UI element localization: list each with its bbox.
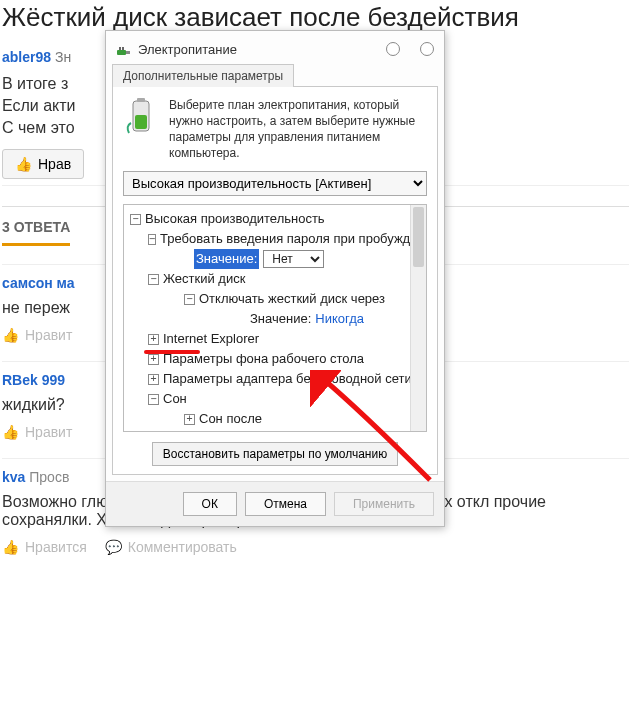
comment-icon: 💬: [105, 539, 122, 555]
tree-item-plan-root[interactable]: Высокая производительность: [145, 209, 325, 229]
like-action[interactable]: 👍 Нравит: [2, 424, 72, 440]
scrollbar-thumb[interactable]: [413, 207, 424, 267]
ok-button[interactable]: ОК: [183, 492, 237, 516]
expander-icon[interactable]: −: [184, 294, 195, 305]
tree-item-turn-off-hdd[interactable]: Отключать жесткий диск через: [199, 289, 385, 309]
tree-item-wake-timers[interactable]: Разрешить таймеры пробуждения: [199, 429, 406, 432]
tab-advanced-settings[interactable]: Дополнительные параметры: [112, 64, 294, 87]
like-action[interactable]: 👍 Нравит: [2, 327, 72, 343]
like-action[interactable]: 👍 Нравится: [2, 539, 87, 555]
answer-author[interactable]: самсон ма: [2, 275, 75, 291]
battery-icon: [123, 97, 159, 137]
help-button[interactable]: [386, 42, 400, 56]
apply-button: Применить: [334, 492, 434, 516]
expander-icon[interactable]: +: [148, 354, 159, 365]
svg-rect-0: [117, 50, 126, 55]
hdd-turnoff-value[interactable]: Никогда: [315, 309, 364, 329]
svg-rect-2: [119, 47, 121, 50]
close-button[interactable]: [420, 42, 434, 56]
power-plug-icon: [116, 41, 132, 57]
thumb-up-icon: 👍: [2, 539, 19, 555]
thumb-up-icon: 👍: [15, 156, 32, 172]
question-author[interactable]: abler98: [2, 49, 51, 65]
thumb-up-icon: 👍: [2, 424, 19, 440]
svg-rect-1: [126, 51, 130, 54]
power-plan-select[interactable]: Высокая производительность [Активен]: [123, 171, 427, 196]
thumb-up-icon: 👍: [2, 327, 19, 343]
tree-item-require-password[interactable]: Требовать введения пароля при пробуждени…: [160, 229, 427, 249]
expander-icon[interactable]: +: [184, 414, 195, 425]
expander-icon[interactable]: +: [148, 374, 159, 385]
dialog-title: Электропитание: [138, 42, 237, 57]
expander-icon[interactable]: −: [148, 274, 159, 285]
question-author-meta: Зн: [55, 49, 71, 65]
tree-item-sleep-after[interactable]: Сон после: [199, 409, 262, 429]
cancel-button[interactable]: Отмена: [245, 492, 326, 516]
scrollbar[interactable]: [410, 205, 426, 431]
expander-icon[interactable]: +: [148, 334, 159, 345]
tree-item-sleep[interactable]: Сон: [163, 389, 187, 409]
settings-tree: − Высокая производительность − Требовать…: [123, 204, 427, 432]
comment-action[interactable]: 💬 Комментировать: [105, 539, 237, 555]
tree-item-wifi-adapter[interactable]: Параметры адаптера беспроводной сети: [163, 369, 412, 389]
like-button[interactable]: 👍 Нрав: [2, 149, 84, 179]
svg-rect-5: [137, 98, 145, 102]
power-options-dialog: Электропитание Дополнительные параметры …: [105, 30, 445, 527]
value-label: Значение:: [250, 309, 311, 329]
svg-rect-6: [135, 115, 147, 129]
expander-icon[interactable]: −: [148, 234, 156, 245]
value-label: Значение:: [194, 249, 259, 269]
answer-author[interactable]: kva: [2, 469, 25, 485]
svg-rect-3: [122, 47, 124, 50]
wake-password-value[interactable]: Нет: [263, 250, 324, 268]
dialog-intro-text: Выберите план электропитания, который ну…: [169, 97, 427, 161]
restore-defaults-button[interactable]: Восстановить параметры по умолчанию: [152, 442, 398, 466]
tree-item-ie[interactable]: Internet Explorer: [163, 329, 259, 349]
expander-icon[interactable]: −: [148, 394, 159, 405]
expander-icon[interactable]: −: [130, 214, 141, 225]
annotation-red-underline: [144, 350, 200, 354]
answer-author[interactable]: RBek 999: [2, 372, 65, 388]
tree-item-hard-disk[interactable]: Жесткий диск: [163, 269, 245, 289]
